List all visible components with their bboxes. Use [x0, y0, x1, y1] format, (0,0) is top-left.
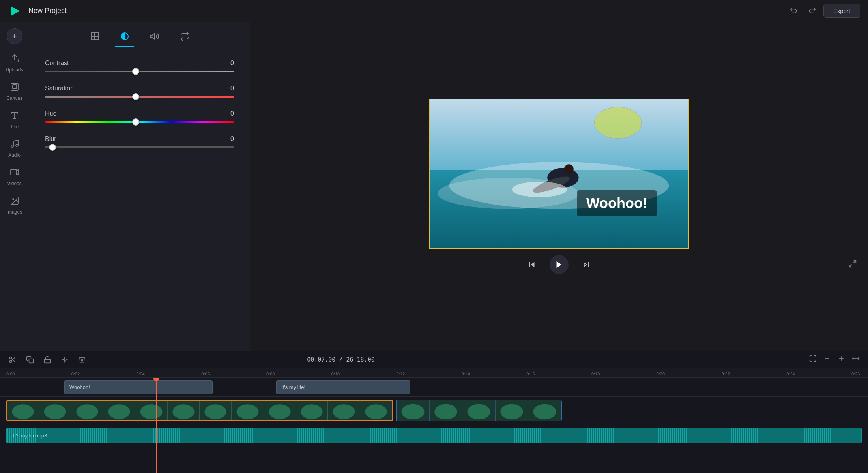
contrast-slider-row: Contrast 0 — [45, 60, 234, 72]
hue-slider-row: Hue 0 — [45, 110, 234, 123]
ruler-mark-1: 0:02 — [71, 372, 80, 376]
contrast-thumb[interactable] — [132, 68, 139, 75]
zoom-controls — [807, 353, 862, 366]
tool-delete[interactable] — [76, 353, 88, 366]
svg-marker-16 — [151, 34, 154, 39]
subtitle-clip-woohoo[interactable]: Woohoo! — [64, 380, 213, 394]
svg-rect-8 — [11, 169, 17, 175]
saturation-value: 0 — [230, 85, 234, 92]
skip-forward-button[interactable] — [578, 256, 595, 273]
app-logo — [8, 4, 22, 18]
timeline-toolbar: 00:07.00 / 26:18.00 — [0, 351, 868, 368]
undo-button[interactable] — [787, 4, 801, 18]
blur-value: 0 — [230, 135, 234, 143]
video-background — [430, 99, 688, 248]
contrast-track[interactable] — [45, 71, 234, 72]
zoom-fit-button[interactable] — [807, 353, 818, 366]
tab-audio[interactable] — [145, 28, 164, 47]
tool-lock[interactable] — [41, 353, 54, 366]
add-button[interactable]: + — [7, 28, 22, 44]
ruler-mark-12: 0:24 — [786, 372, 795, 376]
tab-color[interactable] — [115, 28, 134, 47]
svg-point-29 — [10, 357, 12, 359]
current-time: 00:07.00 — [307, 356, 335, 363]
blur-track[interactable] — [45, 146, 234, 148]
text-icon — [10, 111, 19, 122]
subtitle-clip-mylife[interactable]: It's my life! — [276, 380, 410, 394]
playback-controls — [258, 255, 860, 274]
svg-marker-26 — [557, 261, 562, 268]
contrast-label: Contrast — [45, 60, 69, 67]
svg-line-32 — [13, 360, 15, 362]
blur-thumb[interactable] — [49, 144, 56, 151]
hue-thumb[interactable] — [132, 118, 139, 126]
preview-area: Woohoo! — [250, 22, 868, 351]
videos-icon — [10, 167, 19, 179]
video-content-svg — [430, 99, 688, 248]
svg-point-21 — [594, 107, 641, 139]
svg-rect-13 — [91, 37, 94, 40]
top-bar-controls: Export — [787, 4, 860, 18]
video-clips — [6, 400, 868, 421]
clip-gap — [393, 400, 395, 421]
hue-value: 0 — [230, 110, 234, 117]
tool-split[interactable] — [58, 353, 71, 366]
top-bar: New Project Export — [0, 0, 868, 22]
sidebar-item-uploads[interactable]: Uploads — [3, 51, 26, 76]
svg-point-30 — [10, 360, 12, 362]
saturation-track[interactable] — [45, 96, 234, 98]
hue-track[interactable] — [45, 121, 234, 123]
zoom-out-button[interactable] — [821, 353, 832, 366]
sidebar-item-videos[interactable]: Videos — [3, 164, 26, 190]
tab-layout[interactable] — [85, 28, 104, 47]
saturation-thumb[interactable] — [132, 93, 139, 100]
fullscreen-button[interactable] — [845, 256, 860, 273]
sidebar-item-images[interactable]: Images — [3, 193, 26, 218]
audio-icon — [10, 139, 19, 151]
play-button[interactable] — [550, 255, 569, 274]
timeline-tracks: Woohoo! It's my life! — [0, 378, 868, 473]
sidebar-item-audio[interactable]: Audio — [3, 136, 26, 161]
images-label: Images — [7, 209, 22, 215]
svg-marker-0 — [11, 6, 20, 16]
subtitle-clip-mylife-label: It's my life! — [281, 384, 305, 390]
tool-copy[interactable] — [24, 353, 36, 366]
ruler-mark-13: 0:26 — [851, 372, 860, 376]
video-canvas: Woohoo! — [429, 99, 689, 249]
ruler-mark-2: 0:04 — [137, 372, 145, 376]
svg-line-33 — [11, 358, 13, 359]
tab-animation[interactable] — [175, 28, 194, 47]
svg-rect-34 — [29, 359, 34, 363]
contrast-value: 0 — [230, 60, 234, 67]
sidebar-item-text[interactable]: Text — [3, 107, 26, 133]
audio-clip-label: It's my life.mp3 — [13, 433, 47, 439]
svg-rect-12 — [95, 33, 98, 36]
video-clip-1[interactable] — [6, 400, 393, 421]
subtitle-clip-woohoo-label: Woohoo! — [69, 384, 90, 390]
svg-rect-11 — [91, 33, 94, 36]
audio-waveform — [7, 428, 861, 443]
video-track — [0, 397, 868, 424]
svg-point-10 — [13, 199, 14, 200]
fit-timeline-button[interactable] — [850, 353, 862, 366]
blur-label: Blur — [45, 135, 56, 143]
ruler-mark-0: 0:00 — [6, 372, 15, 376]
left-sidebar: + Uploads Canvas Text Audio — [0, 22, 29, 351]
time-display: 00:07.00 / 26:18.00 — [307, 356, 375, 363]
hue-label: Hue — [45, 110, 56, 117]
audio-track: It's my life.mp3 — [0, 424, 868, 447]
canvas-label: Canvas — [6, 96, 22, 101]
text-label: Text — [10, 124, 19, 130]
skip-back-button[interactable] — [524, 256, 540, 273]
export-button[interactable]: Export — [823, 4, 860, 18]
svg-line-27 — [853, 260, 856, 263]
ruler-mark-11: 0:22 — [721, 372, 730, 376]
video-clip-2[interactable] — [396, 400, 562, 421]
redo-button[interactable] — [805, 4, 819, 18]
zoom-in-button[interactable] — [836, 353, 847, 366]
sidebar-item-canvas[interactable]: Canvas — [3, 79, 26, 104]
audio-clip[interactable]: It's my life.mp3 — [6, 428, 862, 443]
tool-cut[interactable] — [6, 353, 19, 366]
ruler-mark-7: 0:14 — [461, 372, 470, 376]
panel-content: Contrast 0 Saturation 0 — [29, 47, 250, 161]
